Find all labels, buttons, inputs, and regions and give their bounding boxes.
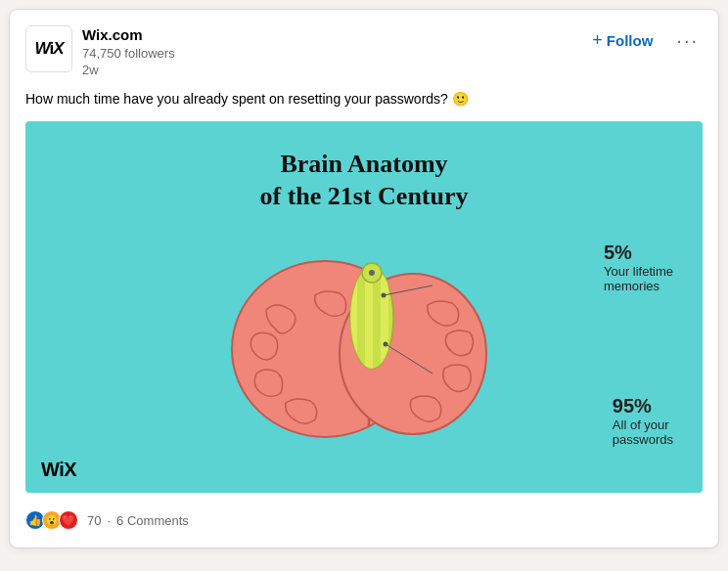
followers-count: 74,750 followers [82,46,175,63]
follow-button[interactable]: + Follow [584,26,660,55]
annotation-5pct: 5% Your lifetimememories [604,242,673,293]
more-options-button[interactable]: ··· [672,25,703,56]
post-timestamp: 2w [82,63,175,77]
brain-svg [198,232,530,457]
post-card: WiX Wix.com 74,750 followers 2w + Follow… [10,10,718,548]
svg-point-15 [384,342,388,347]
pct-5-label: Your lifetimememories [604,264,673,293]
brain-scene: 5% Your lifetimememories 95% All of your… [45,232,683,457]
svg-point-13 [382,293,387,298]
image-watermark: WiX [41,459,76,481]
annotation-95pct: 95% All of yourpasswords [613,395,673,447]
pct-5-value: 5% [604,242,673,264]
svg-point-11 [369,270,375,276]
reaction-count: 70 [87,513,101,528]
plus-icon: + [592,30,603,51]
follow-label: Follow [607,32,654,49]
more-icon: ··· [676,29,699,51]
post-image: Brain Anatomy of the 21st Century [25,121,703,493]
pct-95-label: All of yourpasswords [613,417,673,447]
header-actions: + Follow ··· [584,25,703,56]
pct-95-value: 95% [613,395,673,417]
heart-reaction-icon: ❤️ [59,510,78,530]
company-logo[interactable]: WiX [25,25,72,72]
svg-rect-6 [357,267,365,370]
comments-link[interactable]: 6 Comments [116,513,189,528]
post-header: WiX Wix.com 74,750 followers 2w + Follow… [25,25,703,77]
image-title: Brain Anatomy of the 21st Century [259,149,468,212]
author-info: WiX Wix.com 74,750 followers 2w [25,25,175,77]
post-text: How much time have you already spent on … [25,89,703,110]
company-details: Wix.com 74,750 followers 2w [82,25,175,77]
company-name[interactable]: Wix.com [82,25,175,45]
separator-dot: · [107,513,111,528]
reactions-bar: 👍 😮 ❤️ 70 · 6 Comments [25,503,703,536]
reaction-icons: 👍 😮 ❤️ [25,510,75,530]
